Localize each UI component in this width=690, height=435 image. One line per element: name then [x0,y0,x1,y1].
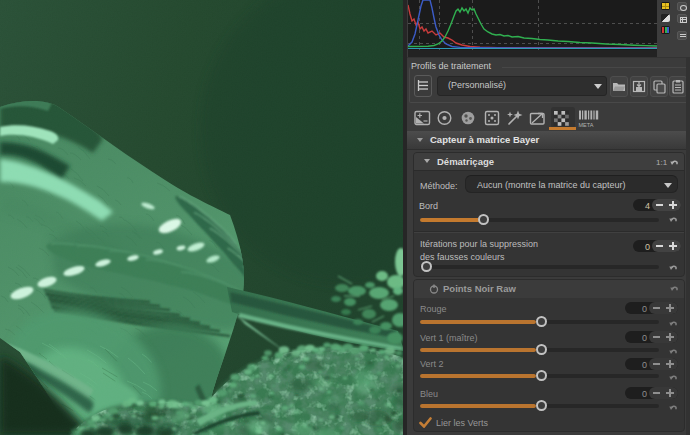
svg-text:META: META [579,122,594,128]
